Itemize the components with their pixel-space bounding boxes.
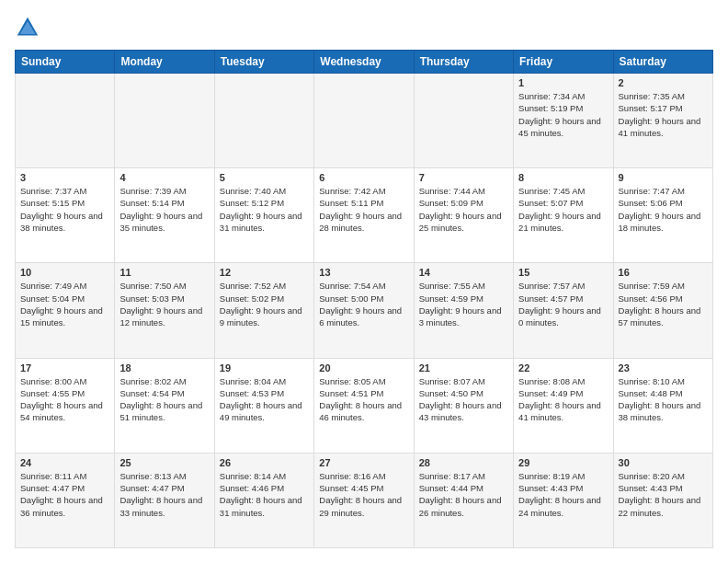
calendar-cell: 11Sunrise: 7:50 AMSunset: 5:03 PMDayligh…	[115, 263, 214, 358]
day-info: Sunrise: 8:04 AMSunset: 4:53 PMDaylight:…	[220, 375, 309, 424]
calendar-cell: 8Sunrise: 7:45 AMSunset: 5:07 PMDaylight…	[514, 168, 613, 263]
day-info: Sunrise: 7:40 AMSunset: 5:12 PMDaylight:…	[220, 185, 309, 234]
weekday-header-saturday: Saturday	[613, 51, 712, 74]
calendar-cell: 10Sunrise: 7:49 AMSunset: 5:04 PMDayligh…	[16, 263, 115, 358]
calendar-cell	[214, 74, 313, 168]
header	[15, 15, 713, 40]
day-info: Sunrise: 7:49 AMSunset: 5:04 PMDaylight:…	[20, 280, 109, 328]
day-number: 21	[419, 362, 508, 373]
day-info: Sunrise: 8:16 AMSunset: 4:45 PMDaylight:…	[319, 470, 408, 519]
day-info: Sunrise: 8:17 AMSunset: 4:44 PMDaylight:…	[419, 470, 508, 519]
day-info: Sunrise: 8:20 AMSunset: 4:43 PMDaylight:…	[619, 470, 708, 519]
calendar-week-4: 17Sunrise: 8:00 AMSunset: 4:55 PMDayligh…	[16, 358, 713, 453]
day-number: 17	[20, 362, 109, 373]
calendar-cell: 13Sunrise: 7:54 AMSunset: 5:00 PMDayligh…	[314, 263, 414, 358]
calendar-cell	[115, 74, 214, 168]
day-number: 7	[419, 172, 508, 183]
calendar-cell: 22Sunrise: 8:08 AMSunset: 4:49 PMDayligh…	[514, 358, 613, 453]
day-number: 28	[419, 457, 508, 468]
day-number: 22	[518, 362, 608, 373]
calendar-cell: 23Sunrise: 8:10 AMSunset: 4:48 PMDayligh…	[613, 358, 712, 453]
day-number: 9	[619, 172, 708, 183]
day-number: 20	[319, 362, 408, 373]
calendar-cell: 24Sunrise: 8:11 AMSunset: 4:47 PMDayligh…	[16, 453, 115, 547]
calendar-cell: 26Sunrise: 8:14 AMSunset: 4:46 PMDayligh…	[214, 453, 313, 547]
calendar-week-3: 10Sunrise: 7:49 AMSunset: 5:04 PMDayligh…	[16, 263, 713, 358]
day-info: Sunrise: 8:07 AMSunset: 4:50 PMDaylight:…	[419, 375, 508, 424]
day-number: 12	[220, 267, 309, 278]
calendar-cell: 5Sunrise: 7:40 AMSunset: 5:12 PMDaylight…	[214, 168, 313, 263]
day-info: Sunrise: 8:02 AMSunset: 4:54 PMDaylight:…	[119, 375, 209, 424]
day-info: Sunrise: 7:42 AMSunset: 5:11 PMDaylight:…	[319, 185, 408, 234]
calendar-cell	[16, 74, 115, 168]
day-info: Sunrise: 7:52 AMSunset: 5:02 PMDaylight:…	[220, 280, 309, 328]
day-info: Sunrise: 8:14 AMSunset: 4:46 PMDaylight:…	[220, 470, 309, 519]
weekday-header-friday: Friday	[514, 51, 613, 74]
calendar-cell: 9Sunrise: 7:47 AMSunset: 5:06 PMDaylight…	[613, 168, 712, 263]
day-info: Sunrise: 8:00 AMSunset: 4:55 PMDaylight:…	[20, 375, 109, 424]
calendar-cell: 28Sunrise: 8:17 AMSunset: 4:44 PMDayligh…	[414, 453, 513, 547]
day-info: Sunrise: 7:34 AMSunset: 5:19 PMDaylight:…	[518, 90, 608, 139]
calendar-cell: 30Sunrise: 8:20 AMSunset: 4:43 PMDayligh…	[613, 453, 712, 547]
calendar-cell: 6Sunrise: 7:42 AMSunset: 5:11 PMDaylight…	[314, 168, 414, 263]
day-number: 11	[119, 267, 209, 278]
logo	[15, 15, 44, 40]
calendar-cell: 19Sunrise: 8:04 AMSunset: 4:53 PMDayligh…	[214, 358, 313, 453]
day-number: 3	[20, 172, 109, 183]
day-info: Sunrise: 7:35 AMSunset: 5:17 PMDaylight:…	[619, 90, 708, 139]
calendar-cell: 14Sunrise: 7:55 AMSunset: 4:59 PMDayligh…	[414, 263, 513, 358]
day-number: 24	[20, 457, 109, 468]
day-number: 15	[518, 267, 608, 278]
day-info: Sunrise: 7:50 AMSunset: 5:03 PMDaylight:…	[119, 280, 209, 328]
day-info: Sunrise: 7:44 AMSunset: 5:09 PMDaylight:…	[419, 185, 508, 234]
day-info: Sunrise: 8:05 AMSunset: 4:51 PMDaylight:…	[319, 375, 408, 424]
day-number: 8	[518, 172, 608, 183]
day-number: 14	[419, 267, 508, 278]
calendar-cell: 20Sunrise: 8:05 AMSunset: 4:51 PMDayligh…	[314, 358, 414, 453]
logo-icon	[15, 15, 40, 40]
calendar-cell: 16Sunrise: 7:59 AMSunset: 4:56 PMDayligh…	[613, 263, 712, 358]
day-info: Sunrise: 7:54 AMSunset: 5:00 PMDaylight:…	[319, 280, 408, 328]
calendar-cell: 1Sunrise: 7:34 AMSunset: 5:19 PMDaylight…	[514, 74, 613, 168]
calendar-cell: 12Sunrise: 7:52 AMSunset: 5:02 PMDayligh…	[214, 263, 313, 358]
day-info: Sunrise: 8:11 AMSunset: 4:47 PMDaylight:…	[20, 470, 109, 519]
calendar-cell: 21Sunrise: 8:07 AMSunset: 4:50 PMDayligh…	[414, 358, 513, 453]
day-number: 10	[20, 267, 109, 278]
calendar-table: SundayMondayTuesdayWednesdayThursdayFrid…	[15, 50, 713, 548]
day-number: 29	[518, 457, 608, 468]
day-number: 25	[119, 457, 209, 468]
weekday-header-tuesday: Tuesday	[214, 51, 313, 74]
weekday-header-monday: Monday	[115, 51, 214, 74]
calendar-cell: 2Sunrise: 7:35 AMSunset: 5:17 PMDaylight…	[613, 74, 712, 168]
calendar-cell	[314, 74, 414, 168]
day-number: 19	[220, 362, 309, 373]
calendar-week-5: 24Sunrise: 8:11 AMSunset: 4:47 PMDayligh…	[16, 453, 713, 547]
day-number: 4	[119, 172, 209, 183]
day-info: Sunrise: 8:08 AMSunset: 4:49 PMDaylight:…	[518, 375, 608, 424]
day-number: 18	[119, 362, 209, 373]
weekday-header-thursday: Thursday	[414, 51, 513, 74]
day-number: 1	[518, 77, 608, 88]
calendar-cell: 27Sunrise: 8:16 AMSunset: 4:45 PMDayligh…	[314, 453, 414, 547]
weekday-header-wednesday: Wednesday	[314, 51, 414, 74]
calendar-cell	[414, 74, 513, 168]
calendar-cell: 4Sunrise: 7:39 AMSunset: 5:14 PMDaylight…	[115, 168, 214, 263]
calendar-cell: 17Sunrise: 8:00 AMSunset: 4:55 PMDayligh…	[16, 358, 115, 453]
day-number: 26	[220, 457, 309, 468]
day-info: Sunrise: 7:55 AMSunset: 4:59 PMDaylight:…	[419, 280, 508, 328]
day-info: Sunrise: 7:45 AMSunset: 5:07 PMDaylight:…	[518, 185, 608, 234]
calendar-cell: 18Sunrise: 8:02 AMSunset: 4:54 PMDayligh…	[115, 358, 214, 453]
day-info: Sunrise: 8:13 AMSunset: 4:47 PMDaylight:…	[119, 470, 209, 519]
day-info: Sunrise: 7:37 AMSunset: 5:15 PMDaylight:…	[20, 185, 109, 234]
day-number: 13	[319, 267, 408, 278]
calendar-week-1: 1Sunrise: 7:34 AMSunset: 5:19 PMDaylight…	[16, 74, 713, 168]
calendar-week-2: 3Sunrise: 7:37 AMSunset: 5:15 PMDaylight…	[16, 168, 713, 263]
calendar-cell: 15Sunrise: 7:57 AMSunset: 4:57 PMDayligh…	[514, 263, 613, 358]
day-number: 5	[220, 172, 309, 183]
day-number: 6	[319, 172, 408, 183]
day-number: 23	[619, 362, 708, 373]
calendar-cell: 25Sunrise: 8:13 AMSunset: 4:47 PMDayligh…	[115, 453, 214, 547]
weekday-header-sunday: Sunday	[16, 51, 115, 74]
day-number: 2	[619, 77, 708, 88]
day-info: Sunrise: 8:19 AMSunset: 4:43 PMDaylight:…	[518, 470, 608, 519]
